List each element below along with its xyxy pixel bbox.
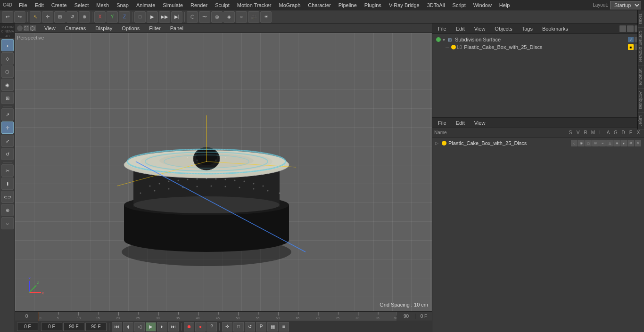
step-back-button[interactable]: ⏴	[123, 322, 133, 332]
extrude-tool[interactable]: ⬆	[1, 178, 14, 190]
scale-tool-button[interactable]: ⊞	[54, 11, 66, 23]
camera-button[interactable]: 🎥	[248, 11, 259, 23]
redo-button[interactable]: ↪	[14, 11, 25, 23]
spline-button[interactable]: 〜	[199, 11, 210, 23]
menu-sculpt[interactable]: Sculpt	[211, 1, 233, 9]
layout-selector[interactable]: Startup	[610, 1, 641, 9]
obj-top-edit-menu[interactable]: Edit	[453, 25, 468, 32]
menu-create[interactable]: Create	[48, 1, 71, 9]
timeline-view-button[interactable]: ≡	[279, 322, 289, 332]
rotate-transport-button[interactable]: ↺	[245, 322, 255, 332]
obj-bot-file-menu[interactable]: File	[435, 119, 449, 127]
live-selection[interactable]: ↗	[1, 108, 14, 121]
go-to-start-button[interactable]: ⏮	[112, 322, 122, 332]
menu-plugins[interactable]: Plugins	[361, 1, 385, 9]
row-icon-m[interactable]: ⊞	[592, 140, 599, 146]
z-axis-button[interactable]: Z	[119, 11, 130, 23]
light-button[interactable]: ☀	[260, 11, 272, 23]
obj-tree-item-subdivision[interactable]: ▾ ⊞ Subdivision Surface ✓ ·	[434, 36, 642, 43]
row-icon-l[interactable]: ≡	[599, 140, 606, 146]
row-icon-s[interactable]: ○	[571, 140, 578, 146]
menu-mesh[interactable]: Mesh	[92, 1, 113, 9]
obj-bot-view-menu[interactable]: View	[471, 119, 488, 127]
row-icon-d[interactable]: ▼	[620, 140, 627, 146]
transport-start-field[interactable]	[17, 323, 38, 331]
menu-character[interactable]: Character	[304, 1, 334, 9]
points-tool[interactable]: ⬧	[1, 39, 14, 51]
menu-animate[interactable]: Animate	[132, 1, 159, 9]
texture-tool[interactable]: ⊞	[1, 92, 14, 104]
obj-top-objects-menu[interactable]: Objects	[492, 25, 515, 32]
select-tool-button[interactable]: ↖	[30, 11, 41, 23]
environment-button[interactable]: ○	[236, 11, 247, 23]
undo-button[interactable]: ↩	[2, 11, 13, 23]
edges-tool[interactable]: ◇	[1, 52, 14, 65]
model-tool[interactable]: ◉	[1, 79, 14, 91]
viewport-menu-view[interactable]: View	[41, 24, 58, 32]
nurbs-button[interactable]: ◎	[211, 11, 223, 23]
viewport-menu-panel[interactable]: Panel	[167, 24, 186, 32]
structure-tab[interactable]: Structure	[638, 65, 644, 89]
transport-end-right-field[interactable]	[85, 323, 107, 331]
content-browser-tab[interactable]: Content Browser	[638, 28, 644, 65]
render-button[interactable]: ▶|	[171, 11, 182, 23]
render-view-button[interactable]: ▶▶	[159, 11, 170, 23]
menu-pipeline[interactable]: Pipeline	[335, 1, 361, 9]
auto-key-button[interactable]: ●	[195, 322, 206, 332]
menu-select[interactable]: Select	[71, 1, 93, 9]
scale-tool[interactable]: ⤢	[1, 135, 14, 147]
row-icon-x[interactable]: ✕	[635, 140, 641, 146]
rotate-tool-button[interactable]: ↺	[66, 11, 78, 23]
polygons-tool[interactable]: ⬡	[1, 65, 14, 78]
menu-snap[interactable]: Snap	[113, 1, 132, 9]
obj-top-icon-2[interactable]	[627, 25, 634, 32]
weld-tool[interactable]: ⊕	[1, 204, 14, 216]
obj-bot-edit-menu[interactable]: Edit	[453, 119, 468, 127]
grid-transport-button[interactable]: ▦	[267, 322, 278, 332]
play-button[interactable]: ▶	[146, 322, 156, 332]
go-to-end-button[interactable]: ⏭	[168, 322, 179, 332]
obj-top-file-menu[interactable]: File	[435, 25, 449, 32]
menu-3dtoall[interactable]: 3DToAll	[423, 1, 449, 9]
menu-window[interactable]: Window	[470, 1, 495, 9]
menu-motion-tracker[interactable]: Motion Tracker	[233, 1, 275, 9]
layer-tab[interactable]: Layer	[638, 113, 644, 130]
menu-vray[interactable]: V-Ray Bridge	[385, 1, 423, 9]
transport-end-left-field[interactable]	[63, 323, 84, 331]
obj-top-view-menu[interactable]: View	[471, 25, 488, 32]
palette-button[interactable]: P	[256, 322, 266, 332]
transform-button[interactable]: ⊕	[79, 11, 90, 23]
row-icon-e[interactable]: ⊕	[627, 140, 634, 146]
row-icon-a[interactable]: △	[606, 140, 613, 146]
move-tool-button[interactable]: ✛	[42, 11, 53, 23]
play-reverse-button[interactable]: ◁	[134, 322, 145, 332]
viewport-3d[interactable]: Perspective	[15, 33, 432, 311]
record-button[interactable]: ⏺	[184, 322, 194, 332]
viewport-menu-cameras[interactable]: Cameras	[62, 24, 89, 32]
obj-top-tags-menu[interactable]: Tags	[519, 25, 536, 32]
menu-render[interactable]: Render	[187, 1, 211, 9]
table-row[interactable]: ▷ Plastic_Cake_Box_with_25_Discs ○ ◉ □ ⊞…	[433, 138, 643, 148]
menu-mograph[interactable]: MoGraph	[275, 1, 305, 9]
attributes-tab[interactable]: Attributes	[638, 89, 644, 113]
help-button[interactable]: ?	[206, 322, 217, 332]
obj-tree-item-cake-box[interactable]: L0 Plastic_Cake_Box_with_25_Discs ■ ·	[434, 43, 642, 51]
menu-file[interactable]: File	[15, 1, 31, 9]
paint-tool[interactable]: ○	[1, 217, 14, 229]
cube-object-button[interactable]: ⬡	[187, 11, 198, 23]
step-forward-button[interactable]: ⏵	[157, 322, 167, 332]
viewport-menu-filter[interactable]: Filter	[146, 24, 163, 32]
row-icon-v[interactable]: ◉	[578, 140, 585, 146]
timeline-ruler[interactable]: 0 5 10 15 20 25 30 35 40 45 50 55 60 65	[39, 312, 396, 321]
viewport-dot-1[interactable]	[17, 25, 23, 31]
sub-icon-1[interactable]: ✓	[628, 37, 634, 42]
move-transport-button[interactable]: ✛	[222, 322, 232, 332]
obj-top-icon-1[interactable]	[619, 25, 626, 32]
object-mode-button[interactable]: □	[134, 11, 146, 23]
viewport-menu-display[interactable]: Display	[92, 24, 115, 32]
box-transport-button[interactable]: □	[233, 322, 244, 332]
deformer-button[interactable]: ◈	[223, 11, 235, 23]
cake-icon-1[interactable]: ■	[628, 44, 634, 50]
menu-help[interactable]: Help	[495, 1, 514, 9]
y-axis-button[interactable]: Y	[107, 11, 118, 23]
